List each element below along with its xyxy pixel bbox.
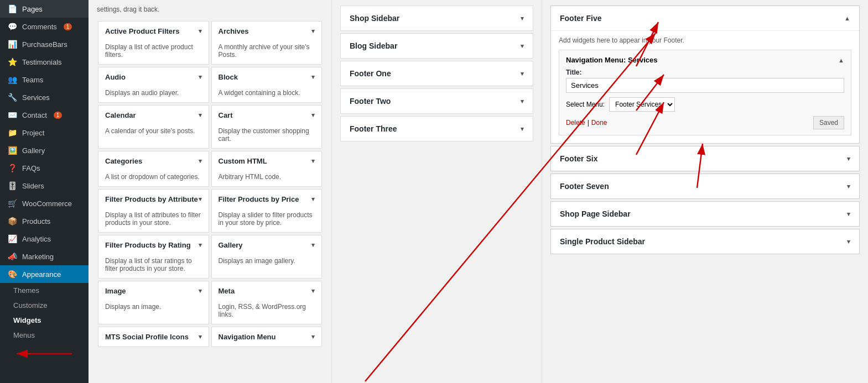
widget-header-gallery[interactable]: Gallery ▾ xyxy=(212,235,322,255)
footer-panel-label-single-product-sidebar: Single Product Sidebar xyxy=(560,237,645,246)
sidebar-sub-item-widgets[interactable]: Widgets xyxy=(0,313,89,328)
footer-panel-header-shop-page-sidebar[interactable]: Shop Page Sidebar ▾ xyxy=(551,202,859,226)
sidebar-item-analytics[interactable]: 📈Analytics xyxy=(0,230,89,248)
select-menu-row: Select Menu: Footer ServicesMain MenuFoo… xyxy=(566,97,844,112)
widget-desc-gallery: Displays an image gallery. xyxy=(212,255,322,270)
widget-chevron-gallery: ▾ xyxy=(311,242,315,249)
sidebar-area-shop-sidebar[interactable]: Shop Sidebar▾ xyxy=(340,6,533,31)
widget-desc-active-product-filters: Display a list of active product filters… xyxy=(98,41,209,64)
sidebar-sub-item-themes[interactable]: Themes xyxy=(0,283,89,298)
widget-header-navigation-menu[interactable]: Navigation Menu ▾ xyxy=(212,327,322,347)
sidebar-item-faqs[interactable]: ❓FAQs xyxy=(0,159,89,177)
project-icon: 📁 xyxy=(7,128,18,137)
widget-header-meta[interactable]: Meta ▾ xyxy=(212,281,322,301)
footer-panel-chevron-single-product-sidebar: ▾ xyxy=(847,238,850,245)
sidebar-area-footer-one[interactable]: Footer One▾ xyxy=(340,61,533,86)
nav-menu-widget-chevron[interactable]: ▲ xyxy=(838,57,844,64)
widget-chevron-image: ▾ xyxy=(199,287,202,295)
sidebar-item-appearance[interactable]: 🎨Appearance xyxy=(0,265,89,283)
footer-panel-header-footer-seven[interactable]: Footer Seven ▾ xyxy=(551,174,859,198)
widget-chevron-custom-html: ▾ xyxy=(311,158,315,165)
widget-label-meta: Meta xyxy=(219,287,235,295)
widget-item-archives: Archives ▾ A monthly archive of your sit… xyxy=(211,21,323,65)
sidebar-item-purchase-bars[interactable]: 📊PurchaseBars xyxy=(0,35,89,53)
widget-item-mts-social: MTS Social Profile Icons ▾ xyxy=(98,327,209,347)
title-field-row: Title: xyxy=(566,69,844,93)
widget-header-categories[interactable]: Categories ▾ xyxy=(98,151,209,171)
widget-header-block[interactable]: Block ▾ xyxy=(212,67,322,87)
sidebar-item-woocommerce[interactable]: 🛒WooCommerce xyxy=(0,195,89,212)
widget-header-filter-by-attr[interactable]: Filter Products by Attribute ▾ xyxy=(98,190,209,209)
widget-chevron-meta: ▾ xyxy=(311,287,315,295)
saved-button[interactable]: Saved xyxy=(813,116,844,129)
widget-chevron-filter-by-rating: ▾ xyxy=(199,242,202,249)
widget-chevron-calendar: ▾ xyxy=(199,112,202,119)
widget-chevron-block: ▾ xyxy=(311,74,315,81)
widget-header-audio[interactable]: Audio ▾ xyxy=(98,67,209,87)
widget-desc-archives: A monthly archive of your site's Posts. xyxy=(212,41,322,64)
widget-header-filter-by-price[interactable]: Filter Products by Price ▾ xyxy=(212,190,322,209)
sliders-icon: 🎚️ xyxy=(7,181,18,190)
footer-five-header[interactable]: Footer Five ▲ xyxy=(551,6,859,30)
widget-chevron-filter-by-price: ▾ xyxy=(311,196,315,203)
sidebar-label-services: Services xyxy=(22,93,50,102)
sidebar-areas-list: Shop Sidebar▾Blog Sidebar▾Footer One▾Foo… xyxy=(332,0,542,383)
sidebar-area-footer-two[interactable]: Footer Two▾ xyxy=(340,88,533,114)
testimonials-icon: ⭐ xyxy=(7,57,18,66)
widget-header-active-product-filters[interactable]: Active Product Filters ▾ xyxy=(98,22,209,41)
widget-header-cart[interactable]: Cart ▾ xyxy=(212,106,322,125)
purchase-bars-icon: 📊 xyxy=(7,40,18,49)
footer-panel-chevron-footer-seven: ▾ xyxy=(847,183,850,190)
sidebar-item-gallery[interactable]: 🖼️Gallery xyxy=(0,141,89,159)
contact-icon: ✉️ xyxy=(7,111,18,119)
delete-link[interactable]: Delete xyxy=(566,119,585,127)
widget-actions: Delete | Done Saved xyxy=(566,116,844,129)
sidebar-area-chevron-footer-three: ▾ xyxy=(521,125,524,133)
select-menu-dropdown[interactable]: Footer ServicesMain MenuFooter Menu xyxy=(609,97,675,112)
sidebar-item-testimonials[interactable]: ⭐Testimonials xyxy=(0,53,89,71)
widget-header-image[interactable]: Image ▾ xyxy=(98,281,209,301)
badge-comments: 1 xyxy=(64,23,72,30)
sidebar-label-sliders: Sliders xyxy=(22,182,44,190)
top-note: settings, drag it back. xyxy=(97,6,323,13)
sidebar-item-pages[interactable]: 📄Pages xyxy=(0,0,89,18)
sidebar-item-marketing[interactable]: 📣Marketing xyxy=(0,248,89,265)
title-input[interactable] xyxy=(566,78,844,93)
widget-label-block: Block xyxy=(219,73,238,81)
sidebar-label-project: Project xyxy=(22,129,44,137)
sidebar-item-project[interactable]: 📁Project xyxy=(0,124,89,141)
widget-item-calendar: Calendar ▾ A calendar of your site's pos… xyxy=(98,105,209,149)
widget-header-mts-social[interactable]: MTS Social Profile Icons ▾ xyxy=(98,327,209,347)
widget-header-calendar[interactable]: Calendar ▾ xyxy=(98,106,209,125)
sidebar-label-comments: Comments xyxy=(22,23,57,31)
widget-label-calendar: Calendar xyxy=(105,111,136,119)
footer-panel-header-single-product-sidebar[interactable]: Single Product Sidebar ▾ xyxy=(551,229,859,254)
products-icon: 📦 xyxy=(7,217,18,225)
footer-panel-header-footer-six[interactable]: Footer Six ▾ xyxy=(551,146,859,171)
sidebar-item-comments[interactable]: 💬Comments1 xyxy=(0,18,89,35)
sidebar-item-services[interactable]: 🔧Services xyxy=(0,88,89,106)
gallery-icon: 🖼️ xyxy=(7,146,18,155)
admin-sidebar: 📄Pages💬Comments1📊PurchaseBars⭐Testimonia… xyxy=(0,0,89,383)
widget-header-archives[interactable]: Archives ▾ xyxy=(212,22,322,41)
widget-header-filter-by-rating[interactable]: Filter Products by Rating ▾ xyxy=(98,235,209,255)
sidebar-item-contact[interactable]: ✉️Contact1 xyxy=(0,106,89,124)
sidebar-item-products[interactable]: 📦Products xyxy=(0,212,89,230)
widget-item-block: Block ▾ A widget containing a block. xyxy=(211,67,323,103)
done-link[interactable]: Done xyxy=(591,119,607,127)
services-icon: 🔧 xyxy=(7,93,18,102)
sidebar-area-label-shop-sidebar: Shop Sidebar xyxy=(350,14,399,23)
widget-label-gallery: Gallery xyxy=(219,241,243,249)
widget-item-meta: Meta ▾ Login, RSS, & WordPress.org links… xyxy=(211,281,323,324)
sidebar-sub-item-customize[interactable]: Customize xyxy=(0,298,89,313)
sidebar-area-blog-sidebar[interactable]: Blog Sidebar▾ xyxy=(340,33,533,59)
sidebar-item-sliders[interactable]: 🎚️Sliders xyxy=(0,177,89,195)
sidebar-sub-item-menus[interactable]: Menus xyxy=(0,328,89,343)
sidebar-label-contact: Contact xyxy=(22,111,47,119)
footer-panel-label-footer-seven: Footer Seven xyxy=(560,182,609,191)
sidebar-item-teams[interactable]: 👥Teams xyxy=(0,71,89,88)
widget-desc-meta: Login, RSS, & WordPress.org links. xyxy=(212,301,322,324)
widget-header-custom-html[interactable]: Custom HTML ▾ xyxy=(212,151,322,171)
sidebar-area-footer-three[interactable]: Footer Three▾ xyxy=(340,116,533,141)
widget-chevron-categories: ▾ xyxy=(199,158,202,165)
